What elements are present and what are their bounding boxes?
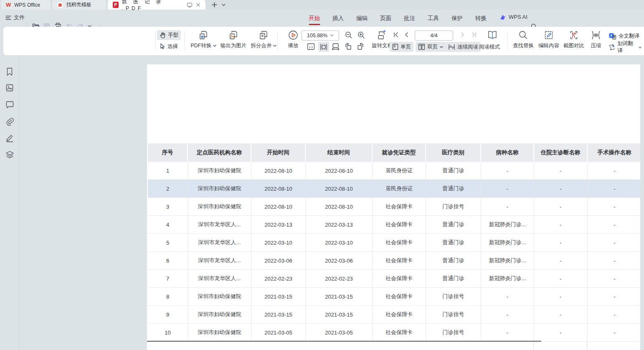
page-number-input[interactable]: 4/4 [415, 31, 453, 41]
table-cell: 深圳市妇幼保健院 [188, 324, 251, 341]
table-cell: 2022-03-06 [251, 252, 306, 269]
monitor-icon[interactable] [187, 3, 193, 8]
close-tab-icon[interactable] [196, 3, 200, 7]
column-header: 序号 [148, 143, 187, 162]
signature-icon[interactable] [5, 134, 14, 142]
table-cell: 门诊挂号 [426, 324, 481, 341]
menu-item-comment[interactable]: 批注 [404, 10, 415, 26]
column-header: 病种名称 [481, 143, 533, 162]
menu-item-convert[interactable]: 转换 [475, 10, 487, 26]
word-translate-button[interactable]: Ax 划词翻译 [606, 42, 644, 52]
play-button[interactable]: 播放 [282, 29, 304, 49]
export-image-button[interactable]: 输出为图片 [217, 29, 250, 49]
continuous-read-button[interactable]: 连续阅读 [446, 42, 481, 52]
table-cell: 普通门诊 [426, 216, 481, 233]
find-replace-label: 查找替换 [513, 42, 534, 49]
column-header: 结束时间 [306, 143, 372, 162]
hamburger-icon [5, 15, 11, 20]
tab-wps-office[interactable]: W WPS Office [1, 0, 51, 10]
menu-item-page[interactable]: 页面 [380, 10, 391, 26]
table-cell: 社会保障卡 [373, 198, 426, 215]
menu-item-protect[interactable]: 保护 [451, 10, 463, 26]
column-header: 开始时间 [251, 143, 305, 162]
actual-size-icon[interactable]: 1:1 [307, 43, 315, 50]
table-cell: 2 [148, 180, 188, 197]
comment-icon[interactable] [5, 101, 14, 109]
menu-item-tools[interactable]: 工具 [428, 10, 439, 26]
wps-ai-button[interactable]: WPS AI [499, 14, 527, 20]
hand-tool-label: 手型 [168, 32, 178, 39]
table-cell: 5 [148, 234, 188, 251]
tab-document-pdf[interactable]: P 就 医 记 录 .PDF [108, 0, 205, 10]
table-cell: 普通门诊 [426, 180, 481, 197]
fit-page-icon[interactable] [332, 43, 340, 50]
attachment-icon[interactable] [5, 117, 14, 126]
table-cell: - [534, 324, 588, 341]
select-tool-button[interactable]: 选择 [157, 41, 180, 51]
find-replace-icon [519, 29, 528, 41]
table-cell: - [534, 288, 588, 305]
last-page-icon[interactable] [471, 32, 477, 38]
double-page-button[interactable]: 双页 [416, 42, 446, 52]
table-row: 10深圳市妇幼保健院2021-03-052021-03-05社会保障卡门诊挂号-… [148, 324, 640, 342]
zoom-in-icon[interactable] [357, 31, 365, 39]
table-cell: 1 [148, 162, 188, 179]
word-translate-label: 划词翻译 [617, 40, 636, 54]
left-sidebar [0, 56, 19, 350]
screenshot-compare-icon [569, 29, 579, 41]
edit-content-button[interactable]: 编辑内容 [535, 29, 562, 49]
read-mode-button[interactable]: 阅读模式 [477, 42, 502, 52]
table-cell: 社会保障卡 [373, 270, 426, 287]
hand-tool-button[interactable]: 手型 [157, 30, 181, 40]
rotate-left-icon[interactable] [344, 43, 352, 50]
export-image-label: 输出为图片 [221, 42, 247, 49]
table-cell: - [534, 162, 588, 179]
table-cell: 2022-08-10 [251, 162, 306, 179]
tab-list-chevron-icon[interactable] [222, 4, 226, 6]
table-cell: 深圳市龙华区人... [188, 234, 251, 251]
bookmark-icon[interactable] [5, 67, 14, 77]
docer-logo-icon [57, 2, 63, 8]
single-page-button[interactable]: 单页 [390, 42, 413, 52]
table-cell: - [588, 252, 640, 269]
column-header: 医疗类别 [426, 143, 480, 162]
menu-item-edit[interactable]: 编辑 [356, 10, 368, 26]
table-cell: - [588, 162, 640, 179]
find-replace-button[interactable]: 查找替换 [510, 29, 537, 49]
full-translate-button[interactable]: A 全文翻译 [606, 31, 642, 41]
zoom-level-select[interactable]: 105.88% [302, 31, 339, 41]
zoom-out-icon[interactable] [345, 31, 352, 39]
table-row: 4深圳市龙华区人...2022-03-132022-03-13社会保障卡普通门诊… [148, 216, 640, 234]
split-merge-button[interactable]: 拆分合并 [247, 29, 280, 49]
first-page-icon[interactable] [393, 32, 399, 38]
table-cell: 6 [148, 252, 188, 269]
table-cell: 深圳市妇幼保健院 [188, 306, 251, 323]
table-cell: - [588, 216, 640, 233]
table-cell: 社会保障卡 [373, 324, 426, 341]
table-cell: - [534, 252, 588, 269]
compress-button[interactable]: 压缩 [586, 29, 606, 49]
new-tab-icon[interactable] [211, 2, 218, 8]
pdf-convert-button[interactable]: PDF转换 [187, 29, 220, 49]
table-row: 1深圳市妇幼保健院2022-08-102022-08-10居民身份证普通门诊--… [148, 162, 640, 180]
rotate-right-icon[interactable] [357, 43, 365, 50]
thumbnail-icon[interactable] [5, 84, 14, 92]
file-menu-button[interactable]: 文件 [5, 14, 25, 21]
table-cell: 深圳市妇幼保健院 [188, 198, 251, 215]
table-cell: 2022-03-06 [306, 252, 373, 269]
table-cell: 普通门诊 [426, 162, 481, 179]
table-header-row: 序号定点医药机构名称开始时间结束时间就诊凭证类型医疗类别病种名称住院主诊断名称手… [148, 143, 640, 162]
table-cell: 普通门诊 [426, 270, 481, 287]
pdf-file-icon: P [113, 2, 119, 8]
table-cell: 2022-03-10 [251, 234, 306, 251]
prev-page-icon[interactable] [404, 32, 408, 38]
fit-width-icon[interactable] [318, 42, 329, 52]
tab-docer-templates[interactable]: 找稻壳模板 [52, 0, 106, 10]
menu-item-home[interactable]: 开始 [309, 10, 320, 26]
column-border-continuation [533, 342, 534, 350]
screenshot-compare-button[interactable]: 截图对比 [560, 29, 587, 49]
menu-item-insert[interactable]: 插入 [332, 10, 344, 26]
edit-content-label: 编辑内容 [538, 42, 559, 49]
next-page-icon[interactable] [461, 32, 465, 38]
layers-icon[interactable] [5, 151, 14, 159]
